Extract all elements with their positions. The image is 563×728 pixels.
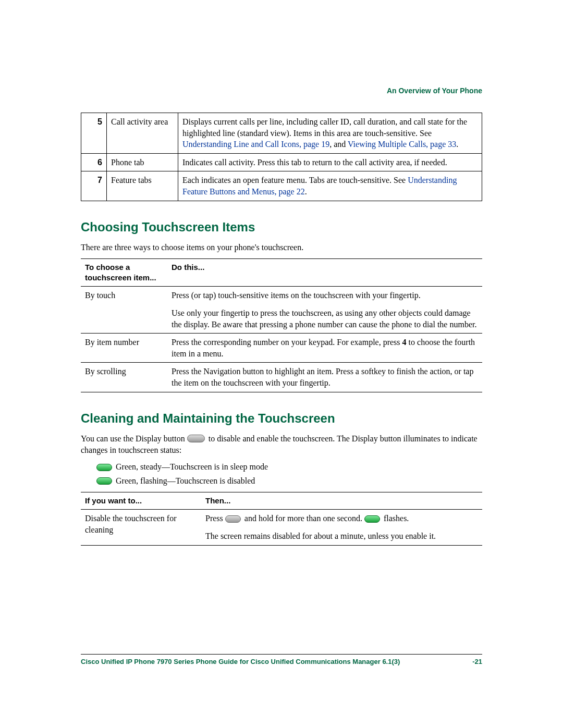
row-desc: Each indicates an open feature menu. Tab…: [178, 171, 482, 201]
row-desc: Press and hold for more than one second.…: [201, 510, 482, 527]
row-desc: Indicates call activity. Press this tab …: [178, 153, 482, 171]
display-button-icon: [187, 435, 205, 442]
intro-text: You can use the Display button to disabl…: [81, 433, 482, 456]
col-header: To choose a touchscreen item...: [81, 258, 167, 287]
footer-title: Cisco Unified IP Phone 7970 Series Phone…: [81, 658, 400, 665]
row-name: Feature tabs: [107, 171, 178, 201]
green-flashing-icon: [364, 515, 380, 523]
col-header: If you want to...: [81, 492, 201, 510]
text: Each indicates an open feature menu. Tab…: [182, 176, 408, 184]
green-steady-icon: [96, 464, 112, 471]
text: Green, steady—Touchscreen is in sleep mo…: [116, 462, 268, 471]
text: and hold for more than one second.: [244, 514, 364, 523]
row-name: Phone tab: [107, 153, 178, 171]
text-bold: 4: [402, 338, 407, 347]
page-header-breadcrumb: An Overview of Your Phone: [387, 87, 482, 95]
footer-page-number: -21: [472, 658, 482, 665]
text: Displays current calls per line, includi…: [182, 117, 467, 138]
text: .: [305, 187, 307, 196]
row-num: 7: [81, 171, 107, 201]
text: flashes.: [384, 514, 409, 523]
row-name: Call activity area: [107, 113, 178, 154]
row-num: 6: [81, 153, 107, 171]
text: Press the corresponding number on your k…: [172, 338, 402, 347]
link-line-call-icons[interactable]: Understanding Line and Call Icons, page …: [182, 140, 329, 149]
screen-items-table: 5 Call activity area Displays current ca…: [81, 113, 482, 201]
row-desc: Use only your fingertip to press the tou…: [167, 304, 482, 334]
row-desc: Press the corresponding number on your k…: [167, 334, 482, 363]
col-header: Then...: [201, 492, 482, 510]
text: Green, flashing—Touchscreen is disabled: [116, 476, 255, 485]
list-item: Green, flashing—Touchscreen is disabled: [96, 475, 482, 487]
intro-text: There are three ways to choose items on …: [81, 242, 482, 253]
text: .: [456, 140, 458, 149]
row-name: By scrolling: [81, 363, 167, 392]
row-desc: Press (or tap) touch-sensitive items on …: [167, 287, 482, 304]
row-desc: Displays current calls per line, includi…: [178, 113, 482, 154]
col-header: Do this...: [167, 258, 482, 287]
row-name: By touch: [81, 287, 167, 334]
cleaning-table: If you want to... Then... Disable the to…: [81, 492, 482, 545]
heading-choosing-touchscreen: Choosing Touchscreen Items: [81, 220, 482, 235]
row-name: By item number: [81, 334, 167, 363]
text: , and: [329, 140, 348, 149]
list-item: Green, steady—Touchscreen is in sleep mo…: [96, 461, 482, 473]
status-bullet-list: Green, steady—Touchscreen is in sleep mo…: [96, 461, 482, 487]
display-button-icon: [225, 515, 241, 523]
row-num: 5: [81, 113, 107, 154]
row-name: Disable the touchscreen for cleaning: [81, 510, 201, 545]
choose-items-table: To choose a touchscreen item... Do this.…: [81, 258, 482, 392]
link-viewing-multiple-calls[interactable]: Viewing Multiple Calls, page 33: [348, 140, 456, 149]
row-desc: The screen remains disabled for about a …: [201, 527, 482, 545]
green-flashing-icon: [96, 477, 112, 485]
row-desc: Press the Navigation button to highlight…: [167, 363, 482, 392]
heading-cleaning-touchscreen: Cleaning and Maintaining the Touchscreen: [81, 411, 482, 426]
text: You can use the Display button: [81, 434, 187, 443]
page-footer: Cisco Unified IP Phone 7970 Series Phone…: [81, 654, 482, 665]
text: Press: [205, 514, 225, 523]
